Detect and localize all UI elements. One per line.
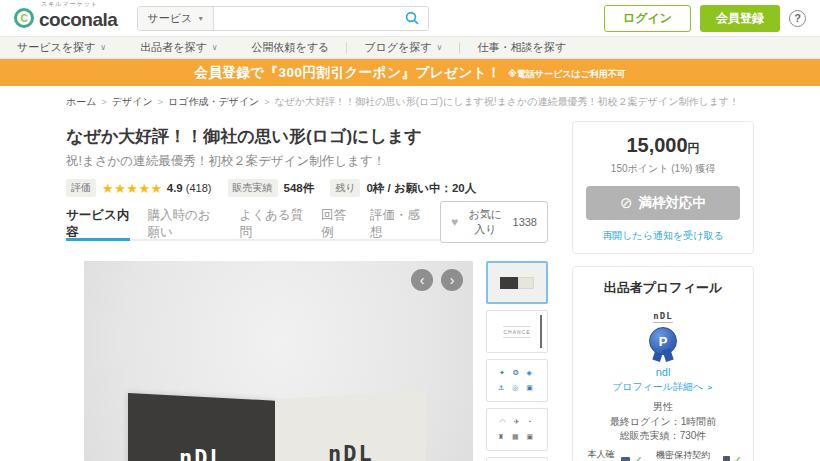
- logo-cards-image: nDL nDL: [128, 393, 426, 461]
- rating-count: (418): [186, 182, 212, 194]
- breadcrumb-separator: >: [158, 97, 163, 107]
- nav-item-public-request[interactable]: 公開依頼をする: [235, 40, 347, 55]
- thumbnail-3[interactable]: ✦ ❂ ◈ ⚓ ◎ ▣: [486, 359, 548, 402]
- search-icon: [405, 11, 419, 25]
- help-icon[interactable]: ?: [789, 10, 806, 27]
- nav-item-label: サービスを探す: [17, 40, 95, 55]
- service-title: なぜか大好評！！御社の思い形(ロゴ)にします: [66, 125, 548, 148]
- breadcrumb-separator: >: [264, 97, 269, 107]
- promo-banner[interactable]: 会員登録で『300円割引クーポン』プレゼント！ ※電話サービスはご利用不可: [0, 59, 820, 86]
- service-stats: 評価 ★★★★★ 4.9 (418) 販売実績 548件 残り 0枠 / お願い…: [66, 179, 548, 197]
- remaining-label: 残り: [330, 179, 360, 197]
- avatar[interactable]: nDL: [640, 309, 686, 325]
- sidebar: 15,000円 150ポイント (1%) 獲得 ⊘ 満枠対応中 再開したら通知を…: [572, 121, 754, 461]
- nav-item-services[interactable]: サービスを探す ∨: [0, 40, 123, 55]
- login-button[interactable]: ログイン: [604, 5, 691, 32]
- identity-verified-label: 本人確認: [584, 448, 618, 461]
- breadcrumb-current: なぜか大好評！！御社の思い形(ロゴ)にします祝!まさかの連続最優秀！初校２案デザ…: [275, 95, 740, 109]
- thumbnail-book-text: CHANCE: [503, 326, 530, 338]
- thumbnail-1[interactable]: [486, 261, 548, 304]
- image-carousel: ‹ › nDL nDL: [66, 261, 548, 461]
- favorite-label: お気に入り: [465, 207, 505, 237]
- no-entry-icon: ⊘: [620, 194, 633, 212]
- remaining-value: 0枠 / お願い中：20人: [366, 181, 476, 196]
- breadcrumb-logo-design[interactable]: ロゴ作成・デザイン: [168, 95, 259, 109]
- tab-reviews[interactable]: 評価・感想: [370, 209, 423, 239]
- price-card: 15,000円 150ポイント (1%) 獲得 ⊘ 満枠対応中 再開したら通知を…: [572, 121, 754, 254]
- profile-detail-label: プロフィール詳細へ: [612, 381, 703, 392]
- verification-row: 本人確認 ✓ 機密保持契約(NDA) ✓: [584, 448, 742, 461]
- header-actions: ログイン 会員登録 ?: [604, 5, 806, 32]
- remaining-group: 残り 0枠 / お願い中：20人: [330, 179, 476, 197]
- nav-item-sellers[interactable]: 出品者を探す ∨: [123, 40, 234, 55]
- breadcrumb-separator: >: [101, 97, 106, 107]
- sales-label: 販売実績: [228, 179, 278, 197]
- seller-username-link[interactable]: ndl: [584, 366, 742, 378]
- nav-item-label: ブログを探す: [364, 40, 431, 55]
- coconala-logo-icon: C: [14, 8, 34, 28]
- check-icon: ✓: [633, 454, 642, 461]
- badge-letter: P: [649, 327, 677, 355]
- nav-item-label: 公開依頼をする: [252, 40, 330, 55]
- service-subtitle: 祝!まさかの連続最優秀！初校２案デザイン制作します！: [66, 153, 548, 170]
- carousel-next-button[interactable]: ›: [441, 269, 463, 291]
- card-logo-text: nDL: [328, 441, 374, 461]
- seller-last-login: 最終ログイン：1時間前: [584, 415, 742, 430]
- price-currency: 円: [688, 141, 700, 155]
- logo-text: coconala: [39, 9, 117, 31]
- breadcrumb-home[interactable]: ホーム: [66, 95, 96, 109]
- tab-purchase-request[interactable]: 購入時のお願い: [147, 209, 222, 239]
- search-category-dropdown[interactable]: サービス ▼: [138, 7, 214, 30]
- carousel-main-image: ‹ › nDL nDL: [84, 261, 473, 461]
- breadcrumb: ホーム > デザイン > ロゴ作成・デザイン > なぜか大好評！！御社の思い形(…: [66, 95, 754, 109]
- mini-dark-card: [500, 277, 518, 289]
- thumbnail-cards-image: [500, 277, 534, 289]
- favorite-button[interactable]: ♥ お気に入り 1338: [440, 201, 548, 243]
- search-button[interactable]: [396, 7, 428, 30]
- carousel-thumbnails: CHANCE ✦ ❂ ◈ ⚓ ◎ ▣ ◠ ✈ ◔ ♜ ▦ ▣ ⚙ ❁ ◎ ∞ ◉…: [486, 261, 548, 461]
- id-card-icon: [621, 457, 630, 461]
- tab-service-content[interactable]: サービス内容: [66, 209, 130, 239]
- service-main: なぜか大好評！！御社の思い形(ロゴ)にします 祝!まさかの連続最優秀！初校２案デ…: [66, 109, 548, 461]
- search-input[interactable]: [214, 7, 396, 30]
- rating-group: 評価 ★★★★★ 4.9 (418): [66, 179, 212, 197]
- chevron-down-icon: ∨: [437, 43, 443, 52]
- signup-button[interactable]: 会員登録: [700, 5, 780, 32]
- profile-detail-link[interactable]: プロフィール詳細へ ＞: [584, 380, 742, 394]
- thumbnail-2[interactable]: CHANCE: [486, 310, 548, 353]
- status-label: 満枠対応中: [639, 194, 707, 212]
- chevron-down-icon: ∨: [212, 43, 218, 52]
- service-tabs: サービス内容 購入時のお願い よくある質問 回答例 評価・感想 ♥ お気に入り …: [66, 209, 548, 241]
- logo-grid-image: ◠ ✈ ◔ ♜ ▦ ▣: [498, 415, 536, 444]
- global-nav: サービスを探す ∨ 出品者を探す ∨ 公開依頼をする ブログを探す ∨ 仕事・相…: [0, 36, 820, 59]
- dark-card: nDL: [128, 393, 275, 461]
- platinum-rank-badge-icon: P: [648, 327, 678, 361]
- promo-banner-note: ※電話サービスはご利用不可: [508, 68, 626, 81]
- light-card: nDL: [275, 391, 426, 461]
- site-header: C スキルマーケット coconala サービス ▼ ログイン 会員登録 ?: [0, 0, 820, 36]
- nav-item-label: 仕事・相談を探す: [477, 40, 566, 55]
- price: 15,000円: [586, 134, 740, 157]
- breadcrumb-design[interactable]: デザイン: [112, 95, 153, 109]
- nav-item-label: 出品者を探す: [140, 40, 207, 55]
- nav-item-jobs[interactable]: 仕事・相談を探す: [460, 40, 583, 55]
- profile-title: 出品者プロフィール: [584, 279, 742, 297]
- nav-item-blog[interactable]: ブログを探す ∨: [347, 40, 459, 55]
- coconala-logo[interactable]: C スキルマーケット coconala: [14, 6, 117, 31]
- check-icon: ✓: [733, 454, 742, 461]
- thumbnail-5[interactable]: ⚙ ❁ ◎ ∞ ◉ ◈: [486, 457, 548, 461]
- logo-grid-image: ✦ ❂ ◈ ⚓ ◎ ▣: [498, 366, 536, 395]
- tab-faq[interactable]: よくある質問: [239, 209, 304, 239]
- seller-gender: 男性: [584, 400, 742, 415]
- search-bar: サービス ▼: [137, 6, 429, 31]
- carousel-prev-button[interactable]: ‹: [411, 269, 433, 291]
- notify-link[interactable]: 再開したら通知を受け取る: [602, 229, 723, 243]
- card-logo-text: nDL: [179, 445, 225, 461]
- carousel-nav: ‹ ›: [411, 269, 463, 291]
- star-rating-icon: ★★★★★: [102, 181, 163, 196]
- caret-down-icon: ▼: [197, 15, 204, 22]
- rating-value: 4.9: [167, 182, 183, 194]
- thumbnail-4[interactable]: ◠ ✈ ◔ ♜ ▦ ▣: [486, 408, 548, 451]
- full-capacity-button[interactable]: ⊘ 満枠対応中: [586, 186, 740, 220]
- tab-answer-examples[interactable]: 回答例: [321, 209, 353, 239]
